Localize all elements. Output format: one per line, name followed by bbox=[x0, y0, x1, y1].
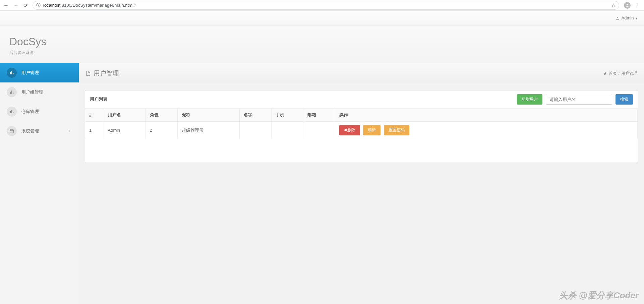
sidebar-item-system[interactable]: 系统管理 〉 bbox=[0, 121, 79, 141]
nav-back-icon[interactable]: ← bbox=[3, 2, 9, 8]
svg-rect-10 bbox=[13, 112, 13, 113]
table-header-row: # 用户名 角色 昵称 名字 手机 邮箱 操作 bbox=[85, 109, 638, 122]
svg-rect-3 bbox=[11, 71, 12, 74]
svg-rect-6 bbox=[11, 90, 12, 94]
col-role: 角色 bbox=[145, 109, 177, 122]
url-text: localhost:8100/DocSystem/manager/main.ht… bbox=[43, 3, 136, 8]
svg-point-1 bbox=[617, 17, 618, 18]
sidebar-item-label: 用户组管理 bbox=[21, 89, 43, 95]
sidebar-item-usergroups[interactable]: 用户组管理 bbox=[0, 82, 79, 102]
breadcrumb-current: 用户管理 bbox=[621, 71, 637, 76]
search-button[interactable]: 搜索 bbox=[616, 94, 633, 105]
content: 用户管理 首页 / 用户管理 用户列表 新增用户 搜索 bbox=[79, 63, 644, 304]
user-menu[interactable]: Admin ▼ bbox=[622, 15, 638, 20]
edit-button[interactable]: 编辑 bbox=[363, 125, 380, 135]
bookmark-star-icon[interactable]: ☆ bbox=[611, 2, 616, 8]
svg-point-0 bbox=[627, 4, 628, 5]
sidebar-item-label: 仓库管理 bbox=[21, 109, 39, 115]
col-name: 名字 bbox=[239, 109, 271, 122]
cell-phone bbox=[271, 122, 303, 139]
browser-menu-icon[interactable]: ⋮ bbox=[635, 2, 641, 8]
sidebar-item-users[interactable]: 用户管理 bbox=[0, 63, 79, 82]
search-input[interactable] bbox=[546, 94, 612, 105]
cell-email bbox=[303, 122, 335, 139]
col-nickname: 昵称 bbox=[177, 109, 239, 122]
app-title: DocSys bbox=[9, 36, 635, 48]
chart-bar-icon bbox=[7, 68, 17, 78]
table-row: 1 Admin 2 超级管理员 ✖删除 编辑 重置密码 bbox=[85, 122, 638, 139]
svg-rect-4 bbox=[13, 73, 13, 74]
logo-header: DocSys 后台管理系统 bbox=[0, 25, 644, 63]
sidebar-item-repos[interactable]: 仓库管理 bbox=[0, 102, 79, 121]
svg-rect-7 bbox=[13, 93, 13, 94]
col-actions: 操作 bbox=[335, 109, 638, 122]
svg-rect-5 bbox=[10, 92, 11, 94]
user-label: Admin bbox=[622, 15, 634, 20]
delete-button[interactable]: ✖删除 bbox=[339, 125, 360, 135]
content-header: 用户管理 首页 / 用户管理 bbox=[79, 63, 644, 84]
add-user-button[interactable]: 新增用户 bbox=[517, 94, 542, 105]
cell-role: 2 bbox=[145, 122, 177, 139]
page-title: 用户管理 bbox=[85, 69, 119, 78]
site-info-icon[interactable]: ⓘ bbox=[36, 2, 41, 8]
cell-name bbox=[239, 122, 271, 139]
sidebar: 用户管理 用户组管理 仓库管理 系统管理 〉 bbox=[0, 63, 79, 304]
svg-rect-9 bbox=[11, 110, 12, 113]
address-bar[interactable]: ⓘ localhost:8100/DocSystem/manager/main.… bbox=[33, 1, 619, 10]
breadcrumb-sep: / bbox=[619, 71, 620, 76]
user-table: # 用户名 角色 昵称 名字 手机 邮箱 操作 1 bbox=[85, 108, 638, 139]
breadcrumb-home[interactable]: 首页 bbox=[609, 71, 617, 76]
col-idx: # bbox=[85, 109, 104, 122]
browser-chrome: ← → ⟳ ⓘ localhost:8100/DocSystem/manager… bbox=[0, 0, 644, 11]
user-icon bbox=[616, 16, 620, 20]
svg-rect-2 bbox=[10, 72, 11, 74]
calendar-icon bbox=[7, 126, 17, 136]
sidebar-item-label: 用户管理 bbox=[21, 70, 39, 76]
chart-bar-icon bbox=[7, 87, 17, 97]
nav-forward-icon[interactable]: → bbox=[13, 2, 19, 8]
profile-avatar-icon[interactable] bbox=[624, 2, 631, 9]
home-icon[interactable] bbox=[603, 72, 607, 75]
col-phone: 手机 bbox=[271, 109, 303, 122]
col-email: 邮箱 bbox=[303, 109, 335, 122]
panel-title: 用户列表 bbox=[90, 96, 107, 102]
cell-idx: 1 bbox=[85, 122, 104, 139]
col-username: 用户名 bbox=[104, 109, 145, 122]
app-subtitle: 后台管理系统 bbox=[9, 50, 635, 56]
sidebar-item-label: 系统管理 bbox=[21, 128, 39, 134]
close-icon: ✖ bbox=[344, 128, 347, 132]
panel-header: 用户列表 新增用户 搜索 bbox=[85, 90, 638, 108]
reload-icon[interactable]: ⟳ bbox=[23, 2, 28, 8]
caret-down-icon: ▼ bbox=[635, 17, 638, 20]
cell-actions: ✖删除 编辑 重置密码 bbox=[335, 122, 638, 139]
svg-rect-11 bbox=[10, 130, 14, 133]
cell-username: Admin bbox=[104, 122, 145, 139]
chart-bar-icon bbox=[7, 107, 17, 117]
user-list-panel: 用户列表 新增用户 搜索 # 用户名 角色 昵称 名字 手机 bbox=[85, 90, 638, 163]
app-topbar: Admin ▼ bbox=[0, 11, 644, 25]
reset-password-button[interactable]: 重置密码 bbox=[384, 125, 409, 135]
file-icon bbox=[85, 71, 91, 76]
svg-rect-8 bbox=[10, 111, 11, 113]
breadcrumb: 首页 / 用户管理 bbox=[603, 71, 637, 76]
chevron-right-icon: 〉 bbox=[69, 129, 72, 133]
cell-nickname: 超级管理员 bbox=[177, 122, 239, 139]
